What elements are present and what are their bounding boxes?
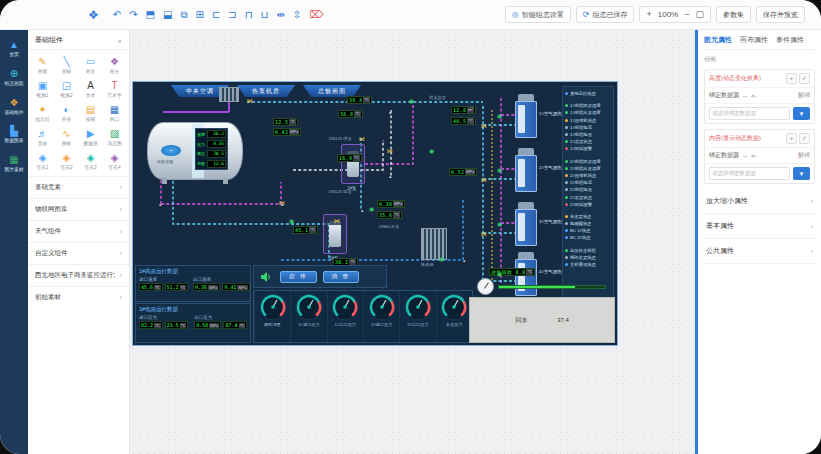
toolbar-icon[interactable]: ⊔: [261, 10, 269, 20]
lcd-readout[interactable]: 45.1℃: [293, 226, 318, 234]
left-nav-item[interactable]: ▙ 数据图表: [0, 126, 28, 144]
datasource-input[interactable]: 请选择绑定数据源: [709, 167, 790, 180]
gauge[interactable]: 2#出口压力: [399, 291, 435, 342]
palette-item[interactable]: ✎ 画笔: [31, 54, 54, 76]
palette-section[interactable]: 基础元素 ›: [28, 176, 129, 198]
toolbar-icon[interactable]: ⊓: [245, 10, 253, 20]
left-nav-item[interactable]: ▲ 首页: [0, 40, 28, 58]
palette-item[interactable]: ▨ 动态图: [103, 126, 126, 148]
confirm-binding-button[interactable]: ✓: [799, 73, 810, 84]
lcd-readout[interactable]: 余热回收 8.8℃: [489, 268, 535, 276]
pump-device[interactable]: [341, 144, 365, 184]
toolbar-icon[interactable]: ⇹: [276, 10, 284, 20]
scada-button[interactable]: 启 停: [280, 271, 317, 283]
palette-item[interactable]: ▶ 播放器: [79, 126, 102, 148]
palette-item[interactable]: ❖ 组合: [103, 54, 126, 76]
lcd-readout[interactable]: 0.42MPa: [273, 128, 301, 136]
heat-pump-unit[interactable]: 2#空气源热泵: [515, 148, 537, 192]
palette-item[interactable]: ◐ 开关: [55, 102, 78, 124]
params-button[interactable]: 参数集: [716, 6, 751, 23]
toolbar-icon[interactable]: ↷: [129, 10, 137, 20]
properties-section[interactable]: 放大缩小属性 ›: [704, 189, 815, 214]
left-nav-item[interactable]: ❖ 基础组件: [0, 98, 28, 116]
palette-item[interactable]: T 艺术字: [103, 78, 126, 100]
data-panel-1[interactable]: 1#高温运行数据 进口温度 45.6℃ 51.2℃ 出口温度: [135, 265, 251, 302]
gauge[interactable]: 1#进口压力: [290, 291, 326, 342]
data-panel-2[interactable]: 1#低温运行数据 进口压力 82.2℃ 23.5℃ 出口压力: [135, 303, 251, 343]
palette-item[interactable]: ♬ 音效: [31, 126, 54, 148]
gauge[interactable]: 1#出口压力: [327, 291, 363, 342]
lcd-readout[interactable]: 36.8℃: [338, 110, 363, 118]
palette-item[interactable]: ◈ 宝石3: [79, 150, 102, 172]
datasource-input[interactable]: 请选择绑定数据源: [709, 107, 790, 120]
gauge[interactable]: 瞬时流量: [254, 291, 290, 342]
palette-item[interactable]: ◈ 宝石2: [55, 150, 78, 172]
add-binding-button[interactable]: +: [786, 133, 797, 144]
toolbar-icon[interactable]: ↶: [113, 10, 121, 20]
lcd-readout[interactable]: 35.6℃: [377, 211, 402, 219]
lcd-readout[interactable]: 0.52MPa: [449, 168, 477, 176]
properties-tab[interactable]: 画布属性: [740, 35, 768, 45]
add-binding-button[interactable]: +: [786, 73, 797, 84]
palette-item[interactable]: A 文本: [79, 78, 102, 100]
toolbar-icon[interactable]: ⬓: [163, 10, 172, 20]
heat-pump-unit[interactable]: 3#空气源热泵: [515, 202, 537, 246]
workspace[interactable]: 中央空调热泵机房总貌画面 换热器 ∼ 储热水箱: [130, 30, 695, 454]
lcd-readout[interactable]: 12.8m³: [451, 106, 476, 114]
properties-section[interactable]: 公共属性 ›: [704, 239, 815, 264]
gauge[interactable]: 补水压力: [436, 291, 472, 342]
zoom-in-button[interactable]: +: [646, 10, 651, 19]
scada-tab[interactable]: 热泵机房: [237, 85, 295, 97]
lcd-readout[interactable]: 16.9℃: [337, 154, 362, 162]
palette-section[interactable]: 天气组件 ›: [28, 220, 129, 242]
palette-item[interactable]: ◈ 宝石1: [31, 150, 54, 172]
datasource-picker-button[interactable]: ▼: [793, 167, 810, 180]
vent-grille[interactable]: [219, 87, 239, 102]
palette-item[interactable]: ◈ 宝石4: [103, 150, 126, 172]
unbind-link[interactable]: 解绑: [798, 91, 810, 100]
analog-dial[interactable]: [477, 278, 494, 295]
left-nav-item[interactable]: ⊕ 组态画面: [0, 69, 28, 87]
level-slider[interactable]: [498, 285, 606, 289]
palette-section[interactable]: 自定义组件 ›: [28, 242, 129, 264]
palette-item[interactable]: ▭ 矩形: [79, 54, 102, 76]
palette-item[interactable]: ∿ 曲线: [55, 126, 78, 148]
toolbar-icon[interactable]: ⊞: [196, 10, 204, 20]
smart-config-button[interactable]: ◎智能组态设置: [505, 6, 571, 23]
properties-section[interactable]: 基本属性 ›: [704, 214, 815, 239]
palette-item[interactable]: ▣ 视频1: [31, 78, 54, 100]
palette-item[interactable]: ▤ 按钮: [79, 102, 102, 124]
palette-item[interactable]: ✦ 指示灯: [31, 102, 54, 124]
scada-canvas[interactable]: 中央空调热泵机房总貌画面 换热器 ∼ 储热水箱: [133, 82, 617, 345]
zoom-out-button[interactable]: −: [684, 10, 689, 19]
properties-tab[interactable]: 图元属性: [704, 35, 732, 45]
palette-header[interactable]: 基础组件 ∨: [28, 30, 129, 50]
confirm-binding-button[interactable]: ✓: [799, 133, 810, 144]
toolbar-icon[interactable]: ⧉: [180, 10, 187, 20]
scada-button[interactable]: 消 音: [323, 271, 360, 283]
unbind-link[interactable]: 解绑: [798, 151, 810, 160]
lcd-readout[interactable]: 40.5℃: [451, 117, 476, 125]
toolbar-icon[interactable]: ⊐: [228, 10, 236, 20]
palette-section[interactable]: 西北地区电子商务监控运行大屏 ›: [28, 264, 129, 286]
tank-readout-panel[interactable]: 温度56.2 压力0.35 液位78.5 流量12.6: [195, 128, 228, 170]
palette-item[interactable]: ▦ 风口: [103, 102, 126, 124]
toolbar-icon[interactable]: ⌦: [309, 10, 323, 20]
save-preview-button[interactable]: 保存并预览: [756, 6, 805, 23]
lcd-readout[interactable]: 0.38MPa: [377, 200, 405, 208]
toolbar-icon[interactable]: ⬒: [146, 10, 155, 20]
palette-section[interactable]: 物联网图库 ›: [28, 198, 129, 220]
heat-pump-unit[interactable]: 1#空气源热泵: [515, 94, 537, 138]
palette-section[interactable]: 初始素材 ›: [28, 286, 129, 308]
properties-tab[interactable]: 事件属性: [776, 35, 804, 45]
palette-item[interactable]: ╲ 直线: [55, 54, 78, 76]
toolbar-icon[interactable]: ⊏: [212, 10, 220, 20]
lcd-readout[interactable]: 12.5℃: [273, 118, 298, 126]
gauge[interactable]: 2#进口压力: [363, 291, 399, 342]
datasource-picker-button[interactable]: ▼: [793, 107, 810, 120]
left-nav-item[interactable]: ▦ 图片素材: [0, 155, 28, 173]
lcd-readout[interactable]: 39.4℃: [347, 96, 372, 104]
palette-item[interactable]: ◲ 视频2: [55, 78, 78, 100]
zoom-fit-button[interactable]: ▢: [695, 10, 704, 19]
bottom-gray-panel[interactable]: 回水 37.4: [469, 297, 615, 343]
